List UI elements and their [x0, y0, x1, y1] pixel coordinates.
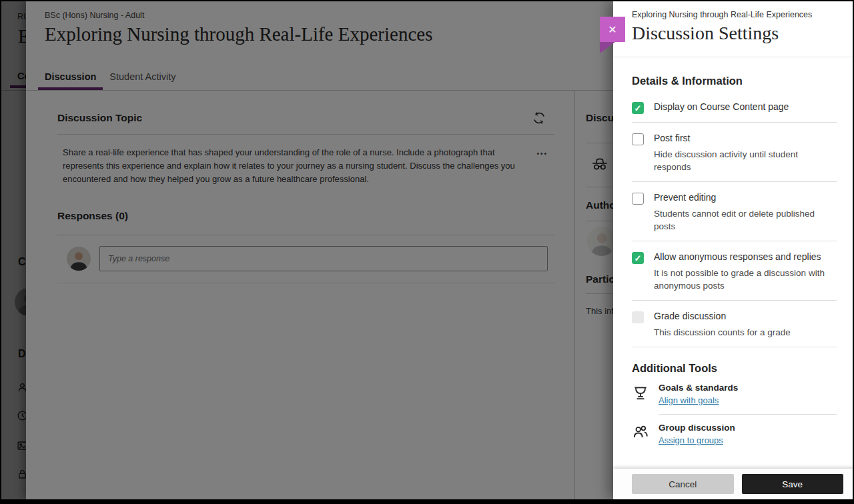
settings-options-list: ✓ Display on Course Content page Post fi…: [632, 91, 837, 347]
option-label: Display on Course Content page: [654, 101, 789, 112]
option-row-grade-discussion: Grade discussion This discussion counts …: [632, 301, 837, 347]
check-icon: ✓: [634, 103, 642, 113]
close-button[interactable]: ✕: [600, 17, 625, 42]
group-icon: [632, 424, 649, 441]
goals-trophy-icon: [632, 384, 649, 401]
details-information-heading: Details & Information: [632, 75, 837, 87]
checkbox-allow-anonymous[interactable]: ✓: [632, 252, 644, 264]
settings-context-title: Exploring Nursing through Real-Life Expe…: [632, 10, 842, 19]
tool-row-goals: Goals & standards Align with goals: [632, 375, 837, 415]
option-row-prevent-editing: Prevent editing Students cannot edit or …: [632, 182, 837, 241]
settings-footer: Cancel Save: [613, 469, 853, 499]
settings-panel-header: Exploring Nursing through Real-Life Expe…: [613, 1, 853, 57]
close-button-fold: [600, 42, 615, 53]
align-with-goals-link[interactable]: Align with goals: [659, 395, 719, 405]
option-label: Grade discussion: [654, 311, 791, 321]
option-row-post-first: Post first Hide discussion activity unti…: [632, 123, 837, 182]
option-label: Post first: [654, 133, 830, 143]
close-icon: ✕: [608, 23, 616, 36]
settings-panel-body: Details & Information ✓ Display on Cours…: [613, 57, 853, 469]
check-icon: ✓: [634, 253, 642, 263]
screenshot-frame: RU E Co C D BSc (Hons) Nursing - Adult E…: [0, 0, 854, 504]
tool-row-group-discussion: Group discussion Assign to groups: [632, 415, 837, 454]
option-label: Prevent editing: [654, 192, 830, 203]
option-description: Students cannot edit or delete published…: [654, 207, 830, 233]
modal-backdrop[interactable]: [1, 1, 613, 499]
settings-title: Discussion Settings: [632, 23, 842, 44]
checkbox-display-on-course-content[interactable]: ✓: [632, 102, 644, 114]
option-description: This discussion counts for a grade: [654, 326, 791, 339]
option-label: Allow anonymous responses and replies: [654, 251, 830, 262]
option-row-allow-anonymous: ✓ Allow anonymous responses and replies …: [632, 241, 837, 301]
goals-standards-title: Goals & standards: [659, 383, 837, 393]
option-description: It is not possible to grade a discussion…: [654, 267, 830, 292]
discussion-settings-panel: Exploring Nursing through Real-Life Expe…: [613, 1, 853, 499]
assign-to-groups-link[interactable]: Assign to groups: [659, 435, 723, 445]
checkbox-grade-discussion: [632, 311, 644, 323]
checkbox-prevent-editing[interactable]: [632, 193, 644, 205]
option-row-display-on-course-content: ✓ Display on Course Content page: [632, 91, 837, 123]
screen: RU E Co C D BSc (Hons) Nursing - Adult E…: [1, 1, 853, 499]
checkbox-post-first[interactable]: [632, 133, 644, 145]
additional-tools-heading: Additional Tools: [632, 362, 837, 375]
option-description: Hide discussion activity until student r…: [654, 148, 830, 173]
save-button[interactable]: Save: [742, 474, 844, 494]
cancel-button[interactable]: Cancel: [632, 474, 734, 494]
group-discussion-title: Group discussion: [659, 423, 837, 433]
